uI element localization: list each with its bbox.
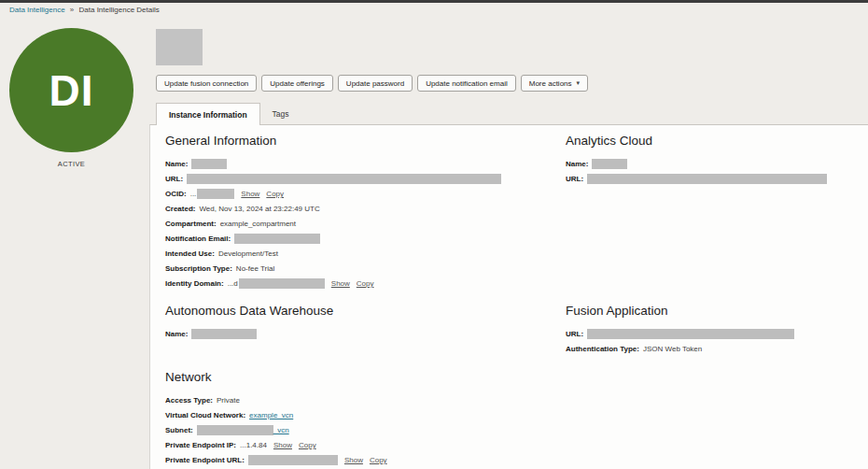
instance-information-panel: General Information Name: URL: OCID: ...… bbox=[149, 124, 868, 469]
vcn-link[interactable]: example_vcn bbox=[249, 411, 293, 419]
redacted-value bbox=[197, 189, 234, 199]
show-link[interactable]: Show bbox=[241, 190, 259, 198]
update-notification-email-button[interactable]: Update notification email bbox=[417, 75, 516, 92]
redacted-value bbox=[592, 159, 627, 169]
redacted-value bbox=[587, 174, 827, 184]
field-virtual-cloud-network: Virtual Cloud Network: example_vcn bbox=[165, 410, 557, 420]
subnet-link[interactable]: _vcn bbox=[273, 426, 289, 434]
chevron-down-icon: ▾ bbox=[577, 79, 581, 87]
field-name: Name: bbox=[165, 329, 557, 339]
more-actions-button[interactable]: More actions ▾ bbox=[521, 75, 588, 92]
field-private-endpoint-ip: Private Endpoint IP: ...1.4.84 Show Copy bbox=[165, 440, 557, 450]
field-url: URL: bbox=[566, 329, 860, 339]
field-access-type: Access Type: Private bbox=[165, 395, 557, 405]
field-intended-use: Intended Use: Development/Test bbox=[165, 249, 557, 259]
status-badge: ACTIVE bbox=[9, 160, 133, 168]
copy-link[interactable]: Copy bbox=[370, 456, 387, 464]
top-window-bar bbox=[0, 0, 868, 3]
avatar-initials: DI bbox=[49, 65, 94, 116]
redacted-value bbox=[248, 455, 338, 465]
field-url: URL: bbox=[165, 174, 557, 184]
update-password-button[interactable]: Update password bbox=[338, 75, 413, 92]
field-subnet: Subnet: _vcn bbox=[165, 425, 557, 435]
section-autonomous-data-warehouse: Autonomous Data Warehouse Name: bbox=[165, 304, 557, 344]
redacted-value bbox=[234, 234, 320, 244]
section-general-information: General Information Name: URL: OCID: ...… bbox=[165, 134, 557, 293]
field-authentication-type: Authentication Type: JSON Web Token bbox=[566, 344, 860, 354]
breadcrumb: Data Intelligence » Data Intelligence De… bbox=[9, 6, 160, 14]
section-title: Network bbox=[165, 370, 557, 384]
field-subscription-type: Subscription Type: No-fee Trial bbox=[165, 263, 557, 274]
section-title: Analytics Cloud bbox=[566, 134, 860, 148]
breadcrumb-link-data-intelligence[interactable]: Data Intelligence bbox=[9, 6, 65, 14]
show-link[interactable]: Show bbox=[331, 279, 350, 288]
redacted-value bbox=[239, 278, 325, 289]
section-title: Fusion Application bbox=[566, 304, 860, 318]
field-name: Name: bbox=[566, 159, 860, 169]
detail-tabs: Instance Information Tags bbox=[156, 103, 301, 125]
field-identity-domain: Identity Domain: ...d Show Copy bbox=[165, 278, 557, 289]
redacted-value bbox=[191, 329, 257, 339]
redacted-value bbox=[587, 329, 794, 339]
tab-instance-information[interactable]: Instance Information bbox=[156, 103, 260, 125]
copy-link[interactable]: Copy bbox=[357, 279, 374, 288]
redacted-value bbox=[191, 159, 227, 169]
field-notification-email: Notification Email: bbox=[165, 234, 557, 244]
di-avatar: DI bbox=[9, 28, 133, 152]
field-created: Created: Wed, Nov 13, 2024 at 23:22:49 U… bbox=[165, 204, 557, 214]
instance-title-placeholder bbox=[156, 29, 203, 65]
field-name: Name: bbox=[165, 159, 557, 169]
update-offerings-button[interactable]: Update offerings bbox=[261, 75, 333, 92]
section-fusion-application: Fusion Application URL: Authentication T… bbox=[566, 304, 860, 359]
section-network: Network Access Type: Private Virtual Clo… bbox=[165, 370, 557, 469]
section-title: General Information bbox=[165, 134, 557, 148]
show-link[interactable]: Show bbox=[344, 456, 363, 464]
more-actions-label: More actions bbox=[529, 79, 572, 88]
update-fusion-connection-button[interactable]: Update fusion connection bbox=[156, 75, 257, 92]
field-private-endpoint-url: Private Endpoint URL: Show Copy bbox=[165, 455, 557, 465]
show-link[interactable]: Show bbox=[273, 441, 292, 449]
field-url: URL: bbox=[566, 174, 860, 184]
redacted-value bbox=[197, 425, 273, 435]
redacted-value bbox=[187, 174, 501, 184]
action-toolbar: Update fusion connection Update offering… bbox=[156, 75, 588, 92]
breadcrumb-current: Data Intelligence Details bbox=[79, 6, 160, 14]
section-title: Autonomous Data Warehouse bbox=[165, 304, 557, 318]
breadcrumb-separator: » bbox=[70, 6, 74, 14]
field-compartment: Compartment: example_compartment bbox=[165, 219, 557, 229]
copy-link[interactable]: Copy bbox=[266, 190, 284, 198]
field-ocid: OCID: ... Show Copy bbox=[165, 189, 557, 199]
tab-tags[interactable]: Tags bbox=[260, 103, 301, 124]
section-analytics-cloud: Analytics Cloud Name: URL: bbox=[566, 134, 860, 189]
copy-link[interactable]: Copy bbox=[299, 441, 316, 449]
